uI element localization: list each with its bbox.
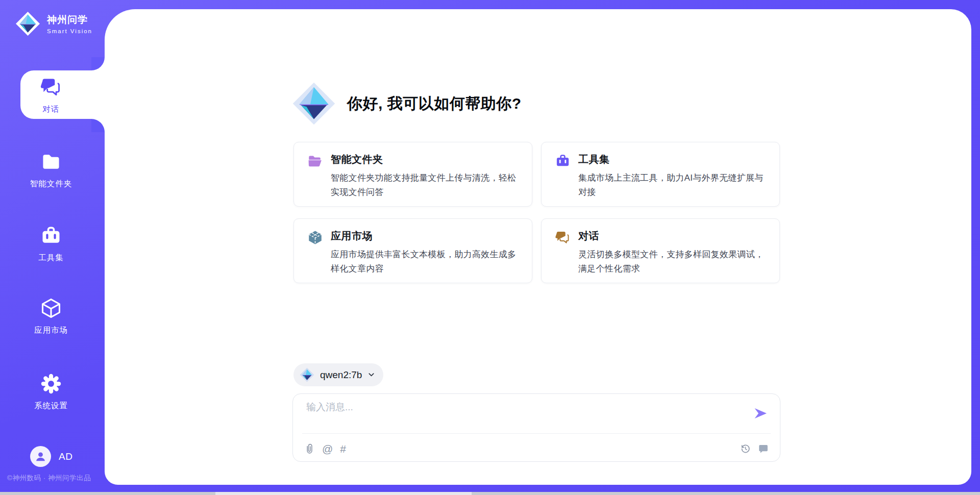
chat-icon [555, 229, 578, 283]
briefcase-icon [40, 225, 62, 247]
folder-icon [40, 151, 62, 173]
card-description: 智能文件夹功能支持批量文件上传与清洗，轻松实现文件问答 [331, 171, 519, 200]
card-title: 智能文件夹 [331, 153, 519, 166]
composer-divider [302, 433, 771, 434]
avatar [30, 446, 51, 467]
sidebar: 神州问学 Smart Vision 对话 智能文件夹 工具集 应 [0, 0, 105, 495]
tab-fillet-top [91, 57, 105, 70]
card-description: 集成市场上主流工具，助力AI与外界无缝扩展与对接 [578, 171, 766, 200]
model-name: qwen2:7b [320, 369, 362, 381]
brand-name-en: Smart Vision [47, 28, 92, 34]
chevron-down-icon [368, 371, 375, 379]
sidebar-item-chat[interactable]: 对话 [0, 76, 82, 115]
card-description: 应用市场提供丰富长文本模板，助力高效生成多样化文章内容 [331, 247, 519, 276]
card-description: 灵活切换多模型文件，支持多样回复效果调试，满足个性化需求 [578, 247, 766, 276]
attachment-icon[interactable] [304, 443, 315, 455]
sidebar-item-label: 对话 [20, 104, 82, 115]
sidebar-item-label: 智能文件夹 [0, 179, 102, 189]
sidebar-item-label: 工具集 [0, 253, 102, 263]
hashtag-icon[interactable]: # [340, 443, 346, 454]
message-composer: @ # [292, 393, 780, 462]
user-initials: AD [59, 451, 72, 462]
card-title: 工具集 [578, 153, 766, 166]
briefcase-icon [555, 153, 578, 206]
cube-icon [40, 297, 62, 319]
cube-grid-icon [307, 229, 331, 283]
sidebar-item-toolset[interactable]: 工具集 [0, 225, 102, 263]
diamond-logo-icon [300, 367, 314, 382]
model-selector[interactable]: qwen2:7b [293, 363, 383, 386]
person-icon [34, 450, 47, 463]
greeting: 你好, 我可以如何帮助你? [292, 82, 522, 126]
scrollbar-thumb[interactable] [215, 492, 472, 495]
diamond-logo-icon [292, 82, 336, 126]
copyright-text: ©神州数码 · 神州问学出品 [7, 474, 91, 483]
history-icon[interactable] [740, 443, 751, 454]
sidebar-item-settings[interactable]: 系统设置 [0, 373, 102, 411]
user-profile[interactable]: AD [30, 446, 72, 467]
horizontal-scrollbar[interactable] [0, 492, 980, 495]
sidebar-item-smart-folder[interactable]: 智能文件夹 [0, 151, 102, 189]
sidebar-item-label: 应用市场 [0, 325, 102, 336]
brand-name-zh: 神州问学 [47, 13, 92, 27]
card-chat[interactable]: 对话 灵活切换多模型文件，支持多样回复效果调试，满足个性化需求 [541, 218, 780, 283]
sidebar-item-app-market[interactable]: 应用市场 [0, 297, 102, 336]
sidebar-item-label: 系统设置 [0, 401, 102, 411]
diamond-logo-icon [15, 11, 40, 36]
card-smart-folder[interactable]: 智能文件夹 智能文件夹功能支持批量文件上传与清洗，轻松实现文件问答 [293, 142, 532, 207]
chat-icon [40, 76, 62, 98]
comment-icon[interactable] [758, 443, 769, 454]
send-icon[interactable] [753, 406, 768, 420]
folder-open-icon [307, 153, 331, 206]
brand-logo: 神州问学 Smart Vision [15, 11, 92, 36]
greeting-title: 你好, 我可以如何帮助你? [347, 93, 522, 114]
card-title: 对话 [578, 229, 766, 243]
card-title: 应用市场 [331, 229, 519, 243]
message-input[interactable] [306, 401, 735, 430]
gear-icon [40, 373, 62, 395]
mention-icon[interactable]: @ [322, 443, 333, 454]
feature-cards: 智能文件夹 智能文件夹功能支持批量文件上传与清洗，轻松实现文件问答 工具集 集成… [293, 142, 780, 283]
card-toolset[interactable]: 工具集 集成市场上主流工具，助力AI与外界无缝扩展与对接 [541, 142, 780, 207]
tab-fillet-bottom [91, 119, 105, 132]
card-app-market[interactable]: 应用市场 应用市场提供丰富长文本模板，助力高效生成多样化文章内容 [293, 218, 532, 283]
